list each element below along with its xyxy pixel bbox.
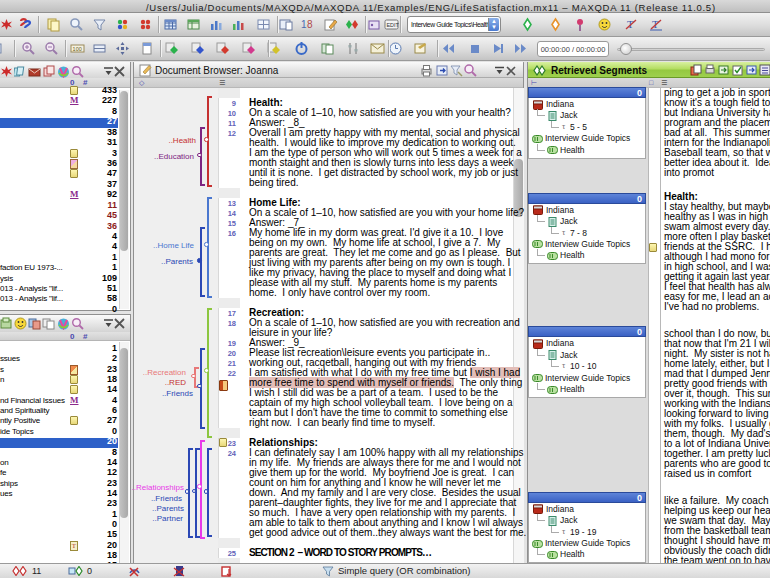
svg-text:T: T — [627, 18, 634, 30]
svg-text:EDIT: EDIT — [386, 22, 399, 28]
svg-text:100: 100 — [73, 46, 82, 52]
svg-text:T: T — [652, 18, 659, 30]
svg-text:8: 8 — [307, 19, 313, 30]
